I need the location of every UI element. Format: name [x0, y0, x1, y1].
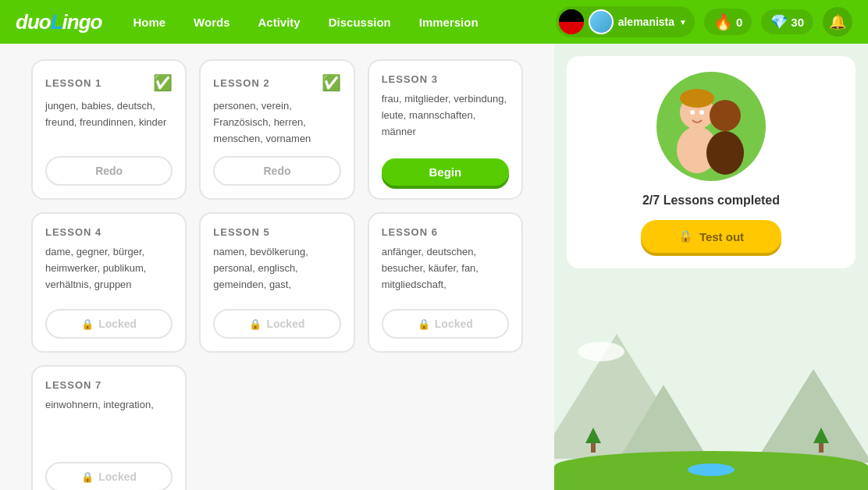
redo-button-1[interactable]: Redo	[45, 156, 173, 186]
locked-button-5: 🔒Locked	[213, 309, 340, 339]
lock-icon: 🔒	[418, 318, 430, 330]
progress-card: 2/7 Lessons completed 🔒 Test out	[567, 56, 856, 268]
lesson-card-5: LESSON 5namen, bevölkerung, personal, en…	[199, 212, 354, 353]
lesson-title-2: LESSON 2	[213, 77, 269, 89]
locked-button-4: 🔒Locked	[45, 309, 173, 339]
lesson-words-5: namen, bevölkerung, personal, englisch, …	[213, 244, 340, 300]
water	[688, 463, 735, 476]
lesson-title-3: LESSON 3	[382, 73, 438, 85]
chevron-down-icon: ▼	[679, 18, 687, 27]
main-content: LESSON 1✅jungen, babies, deutsch, freund…	[0, 44, 868, 490]
locked-label: Locked	[98, 470, 137, 483]
username: alemanista	[618, 16, 674, 28]
landscape-decoration	[554, 334, 868, 490]
check-icon-2: ✅	[322, 73, 341, 92]
lesson-words-7: einwohnern, integration,	[45, 397, 173, 453]
lock-icon: 🔒	[81, 471, 94, 483]
svg-point-3	[706, 131, 744, 175]
check-icon-1: ✅	[153, 73, 173, 92]
lesson-card-2: LESSON 2✅personen, verein, Französisch, …	[199, 59, 354, 200]
navbar: duoLingo Home Words Activity Discussion …	[0, 0, 868, 44]
locked-label: Locked	[98, 318, 137, 330]
lesson-card-3: LESSON 3frau, mitglieder, verbindung, le…	[368, 59, 523, 200]
cloud	[578, 342, 624, 361]
bell-icon: 🔔	[829, 13, 846, 30]
svg-point-4	[680, 89, 714, 108]
logo[interactable]: duoLingo	[16, 10, 101, 34]
lesson-card-1: LESSON 1✅jungen, babies, deutsch, freund…	[31, 59, 187, 200]
streak-value: 0	[736, 16, 742, 29]
lessons-area: LESSON 1✅jungen, babies, deutsch, freund…	[0, 44, 554, 490]
streak-counter[interactable]: 🔥 0	[704, 9, 752, 35]
nav-discussion[interactable]: Discussion	[316, 9, 404, 35]
gem-value: 30	[791, 16, 804, 29]
lesson-title-5: LESSON 5	[213, 226, 269, 238]
lesson-title-4: LESSON 4	[45, 226, 101, 238]
test-out-button[interactable]: 🔒 Test out	[641, 220, 781, 253]
lesson-title-6: LESSON 6	[382, 226, 438, 238]
language-selector[interactable]: alemanista ▼	[556, 6, 695, 37]
locked-button-7: 🔒Locked	[45, 462, 173, 490]
test-out-label: Test out	[699, 230, 744, 243]
gem-counter[interactable]: 💎 30	[761, 9, 813, 34]
begin-button-3[interactable]: Begin	[382, 158, 509, 186]
locked-label: Locked	[435, 318, 473, 330]
nav-immersion[interactable]: Immersion	[407, 9, 491, 35]
tree-right	[813, 428, 829, 453]
tree-left	[585, 428, 601, 453]
lesson-words-4: dame, gegner, bürger, heimwerker, publik…	[45, 244, 173, 300]
lock-icon: 🔒	[678, 229, 693, 243]
flag-icon	[559, 9, 584, 34]
lesson-words-2: personen, verein, Französisch, herren, m…	[213, 98, 340, 147]
lesson-card-6: LESSON 6anfänger, deutschen, besucher, k…	[368, 212, 523, 353]
svg-point-5	[690, 110, 695, 115]
people-illustration	[656, 72, 766, 181]
lock-icon: 🔒	[81, 318, 94, 330]
locked-label: Locked	[266, 318, 304, 330]
lesson-card-4: LESSON 4dame, gegner, bürger, heimwerker…	[31, 212, 187, 353]
avatar	[589, 9, 614, 34]
lesson-card-7: LESSON 7einwohnern, integration,🔒Locked	[31, 365, 187, 490]
lesson-words-6: anfänger, deutschen, besucher, käufer, f…	[382, 244, 509, 300]
nav-activity[interactable]: Activity	[246, 9, 313, 35]
svg-point-6	[699, 110, 704, 115]
mountain-front-2	[755, 369, 868, 463]
notification-bell-button[interactable]: 🔔	[823, 7, 852, 37]
progress-text: 2/7 Lessons completed	[642, 194, 780, 208]
lock-icon: 🔒	[249, 318, 261, 330]
lesson-title-1: LESSON 1	[45, 77, 101, 89]
lesson-words-3: frau, mitglieder, verbindung, leute, man…	[382, 91, 509, 149]
flame-icon: 🔥	[713, 12, 733, 31]
lesson-words-1: jungen, babies, deutsch, freund, freundi…	[45, 98, 173, 147]
lesson-title-7: LESSON 7	[45, 379, 101, 391]
nav-links: Home Words Activity Discussion Immersion	[120, 9, 555, 35]
nav-words[interactable]: Words	[181, 9, 242, 35]
lessons-grid: LESSON 1✅jungen, babies, deutsch, freund…	[31, 59, 523, 490]
locked-button-6: 🔒Locked	[382, 309, 509, 339]
lesson-illustration	[656, 72, 766, 181]
redo-button-2[interactable]: Redo	[213, 156, 340, 186]
sidebar-right: 2/7 Lessons completed 🔒 Test out	[554, 44, 868, 490]
nav-home[interactable]: Home	[120, 9, 178, 35]
gem-icon: 💎	[770, 13, 788, 30]
svg-point-2	[710, 100, 741, 131]
nav-right: alemanista ▼ 🔥 0 💎 30 🔔	[556, 6, 852, 37]
